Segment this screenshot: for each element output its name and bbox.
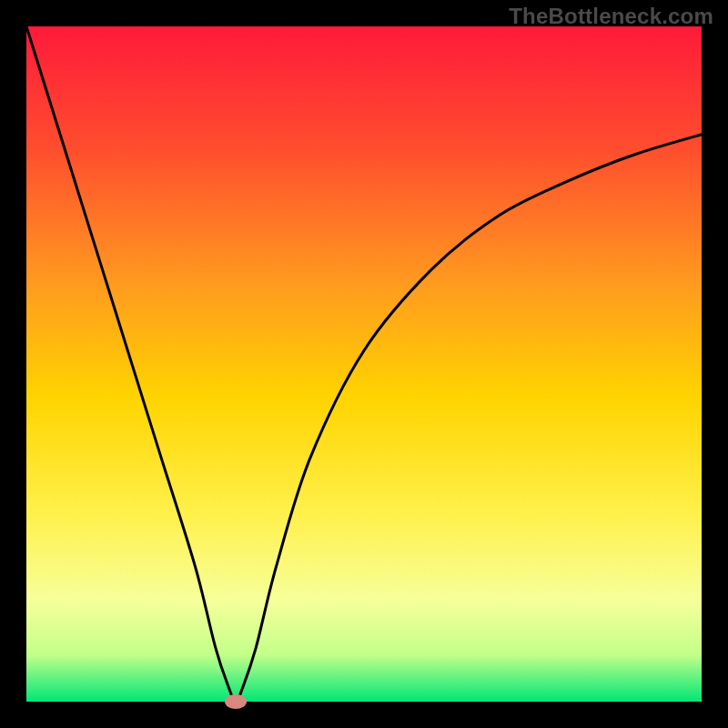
chart-frame: TheBottleneck.com (0, 0, 728, 728)
optimum-marker (225, 694, 247, 709)
plot-background (26, 26, 702, 702)
bottleneck-chart (0, 0, 728, 728)
watermark-text: TheBottleneck.com (509, 4, 713, 29)
